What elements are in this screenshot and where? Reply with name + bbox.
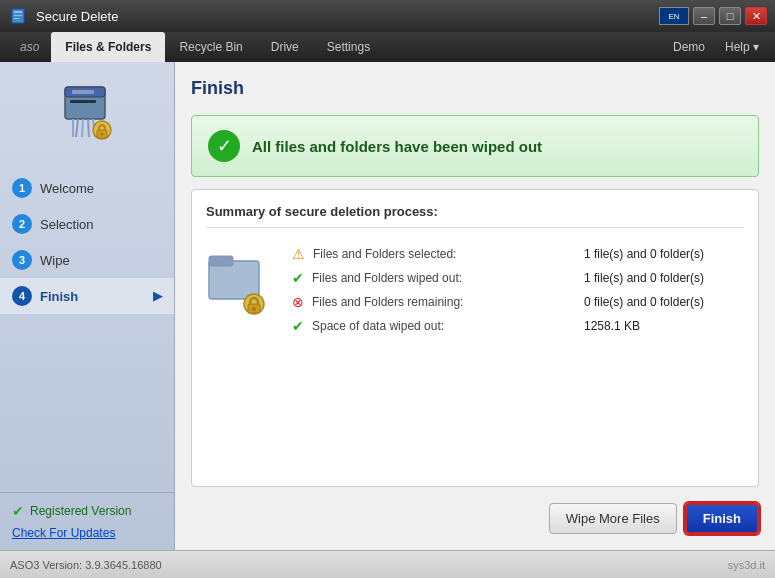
svg-rect-6 <box>72 90 94 94</box>
sidebar-item-selection[interactable]: 2 Selection <box>0 206 174 242</box>
summary-row-2: ⊗ Files and Folders remaining: 0 file(s)… <box>292 294 744 310</box>
svg-rect-17 <box>209 256 233 266</box>
sidebar: 1 Welcome 2 Selection 3 Wipe 4 Finish ▶ … <box>0 62 175 550</box>
ok-icon-1: ✔ <box>292 318 304 334</box>
step-label-wipe: Wipe <box>40 253 70 268</box>
window-title: Secure Delete <box>36 9 118 24</box>
finish-button[interactable]: Finish <box>685 503 759 534</box>
sidebar-item-welcome[interactable]: 1 Welcome <box>0 170 174 206</box>
demo-menu-item[interactable]: Demo <box>665 36 713 58</box>
footer: ASO3 Version: 3.9.3645.16880 sys3d.it <box>0 550 775 578</box>
version-label: ASO3 Version: 3.9.3645.16880 <box>10 559 162 571</box>
svg-point-15 <box>100 133 103 136</box>
check-circle-icon: ✔ <box>12 503 24 519</box>
step-number-4: 4 <box>12 286 32 306</box>
summary-content: ⚠ Files and Folders selected: 1 file(s) … <box>206 238 744 334</box>
svg-rect-1 <box>14 11 22 13</box>
summary-rows: ⚠ Files and Folders selected: 1 file(s) … <box>292 246 744 334</box>
tab-recycle-bin[interactable]: Recycle Bin <box>165 32 256 62</box>
menu-right: Demo Help ▾ <box>665 36 775 58</box>
title-controls: EN – □ ✕ <box>659 7 767 25</box>
active-step-arrow: ▶ <box>153 289 162 303</box>
svg-line-11 <box>88 119 89 137</box>
step-label-welcome: Welcome <box>40 181 94 196</box>
summary-row-3: ✔ Space of data wiped out: 1258.1 KB <box>292 318 744 334</box>
page-title: Finish <box>191 78 759 99</box>
success-icon: ✓ <box>208 130 240 162</box>
minimize-button[interactable]: – <box>693 7 715 25</box>
row-label-2: Files and Folders remaining: <box>312 295 576 309</box>
step-label-selection: Selection <box>40 217 93 232</box>
close-button[interactable]: ✕ <box>745 7 767 25</box>
title-bar-left: Secure Delete <box>8 6 118 26</box>
sidebar-item-finish[interactable]: 4 Finish ▶ <box>0 278 174 314</box>
maximize-button[interactable]: □ <box>719 7 741 25</box>
app-icon <box>8 6 28 26</box>
registered-label: Registered Version <box>30 504 131 518</box>
tab-settings[interactable]: Settings <box>313 32 384 62</box>
summary-row-1: ✔ Files and Folders wiped out: 1 file(s)… <box>292 270 744 286</box>
wipe-more-button[interactable]: Wipe More Files <box>549 503 677 534</box>
title-bar: Secure Delete EN – □ ✕ <box>0 0 775 32</box>
row-value-3: 1258.1 KB <box>584 319 744 333</box>
summary-box: Summary of secure deletion process: <box>191 189 759 487</box>
success-banner: ✓ All files and folders have been wiped … <box>191 115 759 177</box>
row-label-1: Files and Folders wiped out: <box>312 271 576 285</box>
help-menu-item[interactable]: Help ▾ <box>717 36 767 58</box>
sidebar-bottom: ✔ Registered Version Check For Updates <box>0 492 174 550</box>
tab-drive[interactable]: Drive <box>257 32 313 62</box>
watermark-label: sys3d.it <box>728 559 765 571</box>
svg-point-20 <box>252 307 256 311</box>
menu-bar: aso Files & Folders Recycle Bin Drive Se… <box>0 32 775 62</box>
tab-files-folders[interactable]: Files & Folders <box>51 32 165 62</box>
language-flag[interactable]: EN <box>659 7 689 25</box>
error-icon: ⊗ <box>292 294 304 310</box>
sidebar-item-wipe[interactable]: 3 Wipe <box>0 242 174 278</box>
row-label-3: Space of data wiped out: <box>312 319 576 333</box>
svg-rect-2 <box>14 15 22 16</box>
step-label-finish: Finish <box>40 289 78 304</box>
svg-line-9 <box>76 119 78 137</box>
step-number-1: 1 <box>12 178 32 198</box>
registered-status: ✔ Registered Version <box>12 503 162 519</box>
row-value-2: 0 file(s) and 0 folder(s) <box>584 295 744 309</box>
content-area: Finish ✓ All files and folders have been… <box>175 62 775 550</box>
main-area: 1 Welcome 2 Selection 3 Wipe 4 Finish ▶ … <box>0 62 775 550</box>
summary-title: Summary of secure deletion process: <box>206 204 744 228</box>
step-number-2: 2 <box>12 214 32 234</box>
svg-line-10 <box>82 119 83 137</box>
brand-label: aso <box>8 40 51 54</box>
check-updates-link[interactable]: Check For Updates <box>12 526 115 540</box>
warning-icon: ⚠ <box>292 246 305 262</box>
ok-icon-0: ✔ <box>292 270 304 286</box>
svg-rect-7 <box>70 100 96 103</box>
row-label-0: Files and Folders selected: <box>313 247 576 261</box>
row-value-1: 1 file(s) and 0 folder(s) <box>584 271 744 285</box>
svg-rect-3 <box>14 18 19 19</box>
sidebar-logo <box>0 72 174 162</box>
svg-rect-16 <box>209 261 259 299</box>
row-value-0: 1 file(s) and 0 folder(s) <box>584 247 744 261</box>
summary-row-0: ⚠ Files and Folders selected: 1 file(s) … <box>292 246 744 262</box>
summary-folder-icon <box>206 246 276 324</box>
success-message: All files and folders have been wiped ou… <box>252 138 542 155</box>
step-number-3: 3 <box>12 250 32 270</box>
action-row: Wipe More Files Finish <box>191 499 759 534</box>
